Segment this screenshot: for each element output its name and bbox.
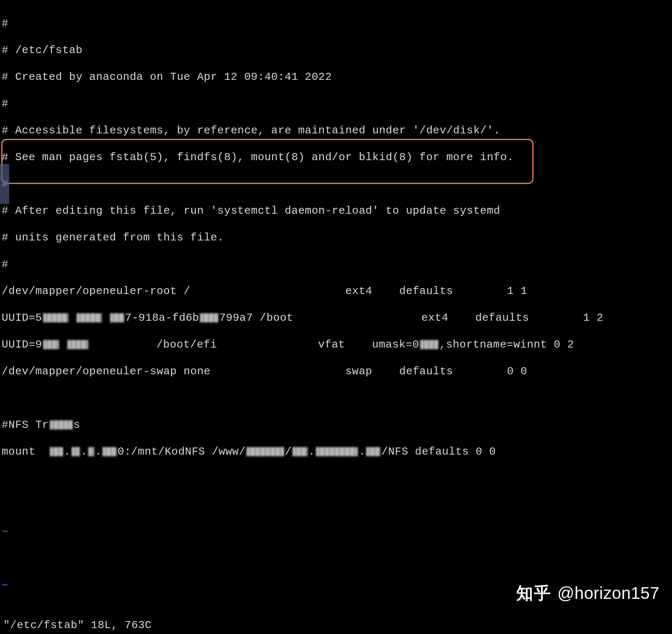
file-line: mount ...0:/mnt/KodNFS /www//../NFS defa… [2, 445, 670, 458]
file-line: UUID=5 7-918a-fd6b799a7 /boot ext4 defau… [2, 311, 670, 325]
vim-status-line: "/etc/fstab" 18L, 763C [3, 619, 151, 631]
censored-text [88, 447, 94, 456]
fstab-uuid-prefix: UUID=9 [2, 338, 42, 351]
file-line-blank [2, 606, 670, 619]
file-line: # /etc/fstab [2, 43, 670, 57]
file-line: UUID=9 /boot/efi vfat umask=0,shortname=… [2, 338, 670, 351]
censored-text [67, 340, 88, 349]
nfs-comment-suffix: s [74, 419, 80, 431]
fstab-uuid-prefix: UUID=5 [2, 312, 42, 324]
censored-text [200, 313, 218, 322]
file-line: # units generated from this file. [2, 231, 670, 244]
mount-cmd: mount [2, 445, 49, 458]
fstab-entry-opts: ,shortname=winnt 0 2 [439, 338, 574, 351]
file-line: # Accessible filesystems, by reference, … [2, 124, 670, 137]
file-line: # [2, 177, 670, 191]
file-line: # Created by anaconda on Tue Apr 12 09:4… [2, 70, 670, 84]
file-line: # [2, 258, 670, 271]
censored-text [316, 447, 358, 456]
mount-path: 0:/mnt/KodNFS /www/ [118, 445, 246, 458]
vim-tilde-line: ~ [2, 525, 670, 539]
fstab-uuid-suffix: 799a7 /boot [219, 312, 293, 324]
gutter-marker [0, 164, 9, 177]
censored-text [43, 340, 59, 349]
censored-text [103, 447, 117, 456]
fstab-entry-opts: ext4 defaults 1 2 [421, 312, 603, 324]
censored-text [110, 313, 124, 322]
file-line-blank [2, 391, 670, 405]
vim-tilde-line: ~ [2, 632, 670, 634]
file-line: # [2, 17, 670, 30]
censored-text [43, 313, 68, 322]
censored-text [77, 313, 102, 322]
file-line: #NFS Trs [2, 418, 670, 432]
censored-text [50, 447, 63, 456]
fstab-entry-opts: ext4 defaults 1 1 [345, 285, 527, 297]
file-line: /dev/mapper/openeuler-root / ext4 defaul… [2, 284, 670, 298]
file-line: # After editing this file, run 'systemct… [2, 204, 670, 217]
fstab-uuid-mid: 7-918a-fd6b [125, 312, 199, 324]
fstab-mount-point: /boot/efi [156, 338, 217, 351]
gutter-marker [0, 177, 9, 191]
file-line: /dev/mapper/openeuler-swap none swap def… [2, 365, 670, 378]
terminal-viewport[interactable]: # # /etc/fstab # Created by anaconda on … [0, 0, 672, 634]
censored-text [50, 420, 73, 429]
censored-text [420, 340, 439, 349]
watermark: 知乎 @horizon157 [516, 582, 659, 605]
fstab-entry-device: /dev/mapper/openeuler-root / [2, 285, 190, 297]
file-line-blank [2, 499, 670, 512]
fstab-entry-fstype: vfat umask=0 [318, 338, 419, 351]
watermark-username: @horizon157 [557, 584, 659, 603]
file-line-blank [2, 552, 670, 565]
gutter-marker [0, 191, 9, 204]
zhihu-logo-icon: 知乎 [516, 582, 551, 605]
censored-text [246, 447, 284, 456]
censored-text [292, 447, 308, 456]
censored-text [366, 447, 380, 456]
censored-text [72, 447, 80, 456]
file-line: # [2, 97, 670, 110]
file-line-blank [2, 472, 670, 485]
file-line: # See man pages fstab(5), findfs(8), mou… [2, 151, 670, 164]
mount-opts: /NFS defaults 0 0 [381, 445, 496, 458]
nfs-comment: #NFS Tr [2, 419, 49, 431]
